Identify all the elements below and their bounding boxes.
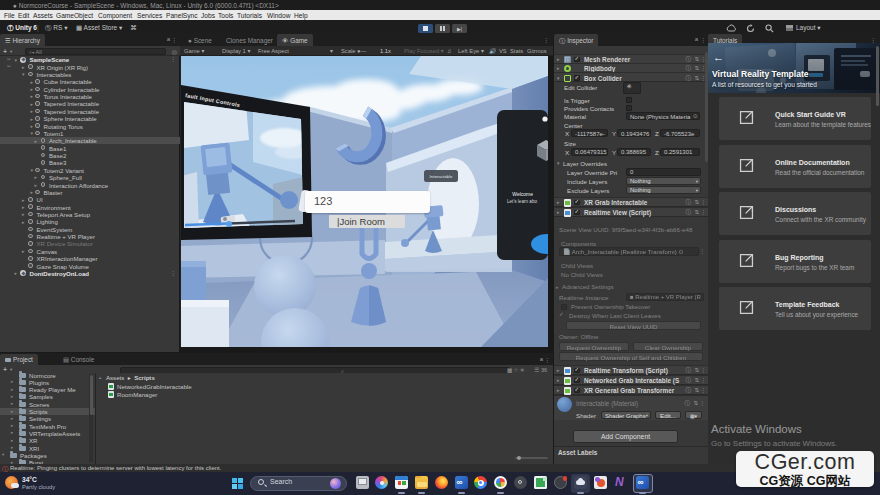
svg-text:Interactable: Interactable (430, 174, 454, 179)
svg-text:Welcome: Welcome (512, 191, 533, 197)
svg-text:Let's learn abo: Let's learn abo (507, 199, 537, 204)
